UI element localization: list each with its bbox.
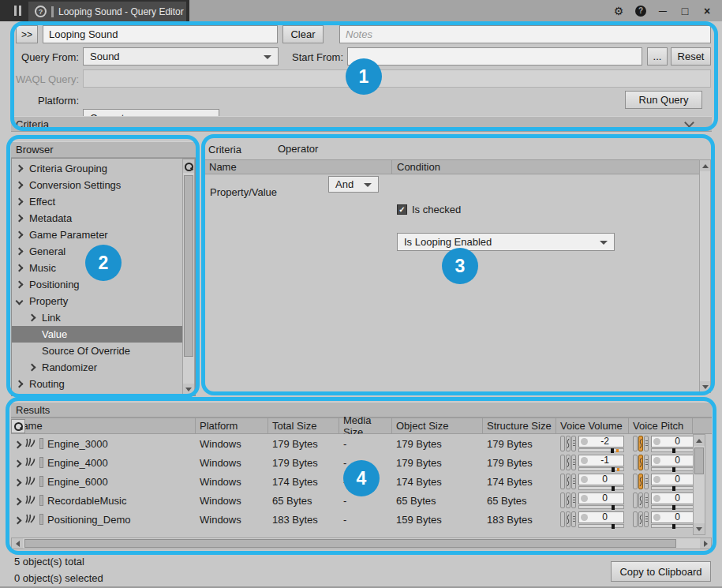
rtpc-curve-icon[interactable] xyxy=(566,511,570,527)
voice-pitch-value-box[interactable]: 0 xyxy=(651,455,697,466)
browse-button[interactable]: ... xyxy=(647,47,668,66)
chevron-right-icon[interactable] xyxy=(17,199,29,204)
voice-volume-value-box[interactable]: -1 xyxy=(578,455,624,466)
scroll-up-icon[interactable] xyxy=(694,435,705,446)
voice-volume-value-box[interactable]: 0 xyxy=(578,474,624,485)
randomizer-icon[interactable] xyxy=(644,474,649,489)
chevron-right-icon[interactable] xyxy=(17,381,29,387)
tree-item-metadata[interactable]: Metadata xyxy=(12,210,182,227)
rtpc-curve-icon[interactable] xyxy=(566,455,570,470)
results-column-structure-size[interactable]: Structure Size xyxy=(483,418,556,433)
scrollbar-thumb[interactable] xyxy=(184,175,193,357)
randomizer-icon[interactable] xyxy=(644,436,649,451)
rtpc-curve-icon[interactable] xyxy=(566,492,570,508)
link-indicator-icon[interactable] xyxy=(560,492,565,508)
rtpc-curve-icon[interactable] xyxy=(566,474,570,489)
chevron-right-icon[interactable] xyxy=(17,249,29,254)
results-column-platform[interactable]: Platform xyxy=(196,418,268,433)
results-column-name[interactable]: Name xyxy=(11,418,196,433)
scroll-down-icon[interactable] xyxy=(700,381,710,392)
tree-item-value[interactable]: Value xyxy=(12,326,182,343)
criteria-scrollbar[interactable] xyxy=(699,159,711,393)
voice-pitch-slider[interactable] xyxy=(651,524,697,528)
tree-item-criteria-grouping[interactable]: Criteria Grouping xyxy=(12,160,182,177)
randomizer-icon[interactable] xyxy=(571,511,576,527)
tree-item-conversion-settings[interactable]: Conversion Settings xyxy=(12,177,182,193)
voice-pitch-slider[interactable] xyxy=(651,448,697,452)
chevron-right-icon[interactable] xyxy=(15,438,21,450)
link-indicator-icon[interactable] xyxy=(633,474,638,489)
link-indicator-icon[interactable] xyxy=(633,436,638,451)
link-indicator-icon[interactable] xyxy=(560,474,565,489)
run-query-button[interactable]: Run Query xyxy=(625,91,702,109)
help-icon[interactable]: ? xyxy=(634,4,648,18)
scrollbar-thumb[interactable] xyxy=(694,448,704,474)
voice-pitch-slider[interactable] xyxy=(651,505,697,509)
results-search-icon[interactable] xyxy=(11,419,25,433)
randomizer-icon[interactable] xyxy=(571,436,576,451)
randomizer-icon[interactable] xyxy=(644,455,649,470)
chevron-right-icon[interactable] xyxy=(17,232,29,238)
scroll-left-icon[interactable] xyxy=(12,538,23,549)
results-hscrollbar[interactable] xyxy=(11,537,712,549)
query-from-dropdown[interactable]: Sound xyxy=(83,47,279,66)
chevron-right-icon[interactable] xyxy=(15,457,21,469)
tree-item-link[interactable]: Link xyxy=(12,309,182,326)
chevron-right-icon[interactable] xyxy=(15,495,21,507)
tree-item-randomizer[interactable]: Randomizer xyxy=(12,359,182,376)
results-column-total-size[interactable]: Total Size xyxy=(268,418,339,433)
rtpc-curve-icon[interactable] xyxy=(638,436,643,451)
tree-item-soundbank[interactable]: SoundBank xyxy=(12,392,182,396)
rtpc-curve-icon[interactable] xyxy=(638,511,643,527)
chevron-right-icon[interactable] xyxy=(17,282,29,287)
chevron-right-icon[interactable] xyxy=(17,182,29,188)
maximize-icon[interactable]: □ xyxy=(678,4,692,18)
scroll-up-icon[interactable] xyxy=(700,160,710,171)
clear-button[interactable]: Clear xyxy=(282,25,324,43)
start-from-input[interactable] xyxy=(347,47,642,66)
link-indicator-icon[interactable] xyxy=(560,436,565,451)
randomizer-icon[interactable] xyxy=(571,492,576,508)
voice-volume-slider[interactable] xyxy=(578,524,624,528)
copy-to-clipboard-button[interactable]: Copy to Clipboard xyxy=(611,561,711,582)
voice-pitch-value-box[interactable]: 0 xyxy=(651,511,697,523)
voice-volume-slider[interactable] xyxy=(578,467,624,471)
scroll-right-icon[interactable] xyxy=(700,538,711,549)
query-name-input[interactable]: Looping Sound xyxy=(43,25,278,43)
criteria-column-name[interactable]: Name xyxy=(204,160,392,174)
close-icon[interactable]: × xyxy=(700,4,714,18)
link-indicator-icon[interactable] xyxy=(633,511,638,527)
scrollbar-thumb[interactable] xyxy=(24,539,676,548)
operator-dropdown[interactable]: And xyxy=(328,176,379,193)
voice-pitch-value-box[interactable]: 0 xyxy=(651,436,697,448)
link-indicator-icon[interactable] xyxy=(560,455,565,470)
table-row[interactable]: Engine_6000Windows174 Bytes-174 Bytes174… xyxy=(11,472,693,491)
criteria-section-header[interactable]: Criteria xyxy=(11,116,712,132)
randomizer-icon[interactable] xyxy=(644,492,649,508)
voice-volume-slider[interactable] xyxy=(578,448,624,452)
voice-volume-value-box[interactable]: -2 xyxy=(578,436,624,448)
collapse-chevron-icon[interactable] xyxy=(684,118,694,128)
chevron-right-icon[interactable] xyxy=(17,265,29,271)
voice-volume-value-box[interactable]: 0 xyxy=(578,511,624,523)
voice-volume-slider[interactable] xyxy=(578,505,624,509)
tree-item-source-of-override[interactable]: Source Of Override xyxy=(12,343,182,359)
rtpc-curve-icon[interactable] xyxy=(638,492,643,508)
scroll-down-icon[interactable] xyxy=(694,523,705,534)
voice-volume-value-box[interactable]: 0 xyxy=(578,492,624,504)
chevron-right-icon[interactable] xyxy=(29,365,42,370)
window-tab[interactable]: ? Looping Sound - Query Editor xyxy=(28,2,186,21)
settings-gear-icon[interactable]: ⚙ xyxy=(612,4,626,18)
voice-pitch-slider[interactable] xyxy=(651,467,697,471)
tree-item-routing[interactable]: Routing xyxy=(12,376,182,392)
link-indicator-icon[interactable] xyxy=(633,492,638,508)
randomizer-icon[interactable] xyxy=(644,511,649,527)
chevron-right-icon[interactable] xyxy=(17,166,29,171)
tree-item-positioning[interactable]: Positioning xyxy=(12,276,182,293)
tree-item-game-parameter[interactable]: Game Parameter xyxy=(12,227,182,243)
voice-pitch-slider[interactable] xyxy=(651,486,697,490)
results-column-voice-volume[interactable]: Voice Volume xyxy=(556,418,629,433)
table-row[interactable]: Engine_3000Windows179 Bytes-179 Bytes179… xyxy=(11,434,693,453)
expand-button[interactable]: >> xyxy=(16,25,38,43)
scroll-down-icon[interactable] xyxy=(183,384,194,395)
